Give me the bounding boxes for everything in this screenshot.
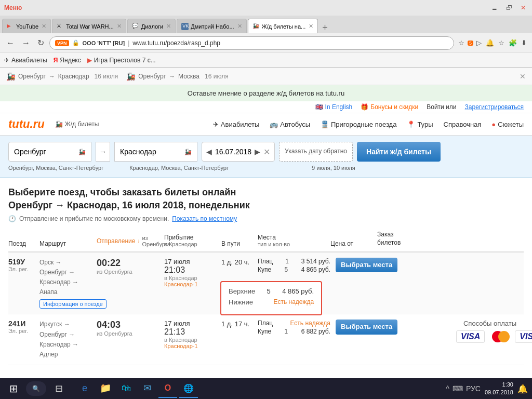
window-maximize[interactable]: 🗗 xyxy=(504,3,514,12)
search-button[interactable]: Найти ж/д билеты xyxy=(357,142,441,162)
local-time-link[interactable]: Показать по местному xyxy=(172,215,237,222)
taskbar-opera[interactable]: O xyxy=(158,379,177,398)
taskbar: ⊞ 🔍 ⊟ e 📁 🛍 ✉ O 🌐 ^ ⌨ РУС 1:30 09.07.201… xyxy=(0,378,532,399)
time-display: 1:30 09.07.2018 xyxy=(485,381,513,397)
reload-button[interactable]: ↻ xyxy=(35,37,46,49)
nav-right-controls: ☆ 5 ▷ 🔔 ☆ 🧩 ⬇ xyxy=(457,38,528,48)
task-view-button[interactable]: ⊟ xyxy=(49,379,68,398)
date-clear-button[interactable]: ✕ xyxy=(263,147,270,157)
dialogi-favicon: 💬 xyxy=(132,23,139,30)
bookmark-game-label: Игра Престолов 7 с... xyxy=(94,57,156,64)
nav-reference[interactable]: Справочная xyxy=(444,121,482,128)
train-241-order-button[interactable]: Выбрать места xyxy=(336,320,397,335)
taskbar-store[interactable]: 🛍 xyxy=(117,379,136,398)
from-field-icon: 🚂 xyxy=(78,149,86,155)
nav-stories-dot: ● xyxy=(491,121,496,128)
nav-flights[interactable]: ✈ Авиабилеты xyxy=(213,121,259,128)
taskbar-explorer[interactable]: 📁 xyxy=(96,379,115,398)
bonus-button[interactable]: 🎁 Бонусы и скидки xyxy=(361,103,418,111)
notification-icon[interactable]: 🔔 xyxy=(517,384,528,394)
nav-right-btn2[interactable]: 🔔 xyxy=(485,38,495,48)
col-header-seats: Места тип и кол-во xyxy=(258,234,330,247)
tab-youtube[interactable]: ▶ YouTube ✕ xyxy=(2,19,51,33)
nav-buses[interactable]: 🚌 Автобусы xyxy=(270,121,310,128)
logo-text: tutu.ru xyxy=(8,117,45,131)
train-519-order-button[interactable]: Выбрать места xyxy=(336,258,397,273)
prev-route-2[interactable]: 🚂 Оренбург → Москва 16 июля xyxy=(126,72,228,81)
taskbar-edge[interactable]: e xyxy=(75,379,94,398)
nav-download[interactable]: ⬇ xyxy=(520,38,528,48)
window-minimize[interactable]: 🗕 xyxy=(489,3,500,12)
tab-vk-close[interactable]: ✕ xyxy=(237,23,242,30)
bookmark-flights[interactable]: ✈ Авиабилеты xyxy=(4,57,47,64)
tab-youtube-close[interactable]: ✕ xyxy=(42,23,46,30)
trains-table: Поезд Маршрут Отправление ↓ из Оренбурга… xyxy=(0,227,532,365)
page-title-section: Выберите поезд, чтобы заказать билеты он… xyxy=(0,178,532,227)
arrive-header-text: Прибытие xyxy=(164,234,221,241)
forward-button[interactable]: → xyxy=(20,37,32,49)
new-tab-button[interactable]: + xyxy=(319,22,331,33)
date-next-button[interactable]: ▶ xyxy=(255,148,260,156)
browser-chrome: Меню 🗕 🗗 ✕ ▶ YouTube ✕ ⚔ Total War WARH.… xyxy=(0,0,532,68)
page-title-line1: Выберите поезд, чтобы заказать билеты он… xyxy=(8,186,524,199)
train-241-route-cell: Иркутск → Оренбург → Краснодар → Адлер xyxy=(39,320,97,360)
date-field[interactable]: ◀ 16.07.2018 ▶ ✕ xyxy=(202,142,275,162)
logo[interactable]: tutu.ru xyxy=(8,117,45,131)
col-header-depart[interactable]: Отправление ↓ из Оренбурга xyxy=(97,235,164,247)
tab-tutu-close[interactable]: ✕ xyxy=(309,23,313,30)
tab-dialogi-close[interactable]: ✕ xyxy=(166,23,171,30)
search-to-field[interactable]: Краснодар 🚂 xyxy=(114,142,197,162)
taskbar-chrome[interactable]: 🌐 xyxy=(179,379,198,398)
taskbar-search-icon: 🔍 xyxy=(32,385,40,392)
taskbar-mail[interactable]: ✉ xyxy=(138,379,156,398)
date-prev-button[interactable]: ◀ xyxy=(206,148,212,156)
lang-button[interactable]: 🇬🇧 In English xyxy=(315,103,353,111)
bookmark-game[interactable]: ▶ Игра Престолов 7 с... xyxy=(87,57,156,64)
nav-right-btn1[interactable]: ▷ xyxy=(475,38,483,48)
nav-suburban[interactable]: 🚆 Пригородные поезда xyxy=(321,121,396,128)
table-header: Поезд Маршрут Отправление ↓ из Оренбурга… xyxy=(8,227,524,252)
company-name: ООО 'NTT' [RU] xyxy=(83,40,125,46)
address-bar[interactable]: VPN 🔒 ООО 'NTT' [RU] | www.tutu.ru/poezd… xyxy=(49,36,454,50)
tab-dialogi[interactable]: 💬 Диалоги ✕ xyxy=(127,19,176,33)
bookmark-yandex[interactable]: Я Яндекс xyxy=(54,57,81,64)
depart-header-text: Отправление xyxy=(97,237,135,245)
nav-right-btn3[interactable]: ☆ xyxy=(497,38,506,48)
search-form: Оренбург 🚂 → Краснодар 🚂 ◀ 16.07.2018 ▶ … xyxy=(0,136,532,178)
prev-route-1[interactable]: 🚂 Оренбург → Краснодар 16 июля xyxy=(6,72,118,81)
train-519-depart-time: 00:22 xyxy=(97,258,164,269)
nav-extensions[interactable]: 🧩 xyxy=(508,38,518,48)
register-link[interactable]: Зарегистрироваться xyxy=(465,103,524,111)
train-241-route: Иркутск → Оренбург → Краснодар → Адлер xyxy=(39,320,97,360)
back-button[interactable]: ← xyxy=(4,37,17,49)
col-header-train: Поезд xyxy=(8,240,39,247)
tab-totalwar-close[interactable]: ✕ xyxy=(117,23,122,30)
feedback-banner[interactable]: Оставьте мнение о разделе ж/д билетов на… xyxy=(0,85,532,101)
opera-menu-button[interactable]: Меню xyxy=(4,4,22,11)
address-text: www.tutu.ru/poezda/rasp_d.php xyxy=(132,39,448,47)
taskbar-chevron[interactable]: ^ xyxy=(446,384,449,393)
taskbar-search[interactable]: 🔍 xyxy=(26,381,46,396)
swap-button[interactable]: → xyxy=(96,142,110,162)
bookmarks-star[interactable]: ☆ xyxy=(457,38,466,48)
return-date-button[interactable]: Указать дату обратно xyxy=(279,142,353,162)
taskbar-lang[interactable]: РУС xyxy=(466,384,481,393)
seat2-plac-price: Есть надежда xyxy=(290,320,331,327)
nav-stories[interactable]: ● Сюжеты xyxy=(491,121,524,128)
tab-totalwar[interactable]: ⚔ Total War WARH... ✕ xyxy=(52,19,126,33)
totalwar-favicon: ⚔ xyxy=(57,23,64,30)
site-top-nav: 🇬🇧 In English 🎁 Бонусы и скидки Войти ил… xyxy=(0,101,532,113)
search-from-field[interactable]: Оренбург 🚂 xyxy=(8,142,91,162)
login-text: Войти или xyxy=(427,103,456,111)
prev-search-close[interactable]: ✕ xyxy=(520,72,526,81)
start-button[interactable]: ⊞ xyxy=(4,379,23,398)
nav-tours[interactable]: 📍 Туры xyxy=(407,121,433,128)
system-icons: ^ ⌨ РУС xyxy=(446,384,481,393)
window-close[interactable]: ✕ xyxy=(518,3,528,12)
train-241-arrive-date: 17 июля xyxy=(164,320,221,327)
tab-vk[interactable]: VK Дмитрий Набо... ✕ xyxy=(177,19,246,33)
detail-upper-price: 4 865 руб. xyxy=(282,287,314,295)
seat-plac-count: 1 xyxy=(279,258,295,265)
taskbar-keyboard[interactable]: ⌨ xyxy=(453,384,463,393)
tab-tutu[interactable]: 🚂 Ж/д билеты на... ✕ xyxy=(248,19,318,33)
